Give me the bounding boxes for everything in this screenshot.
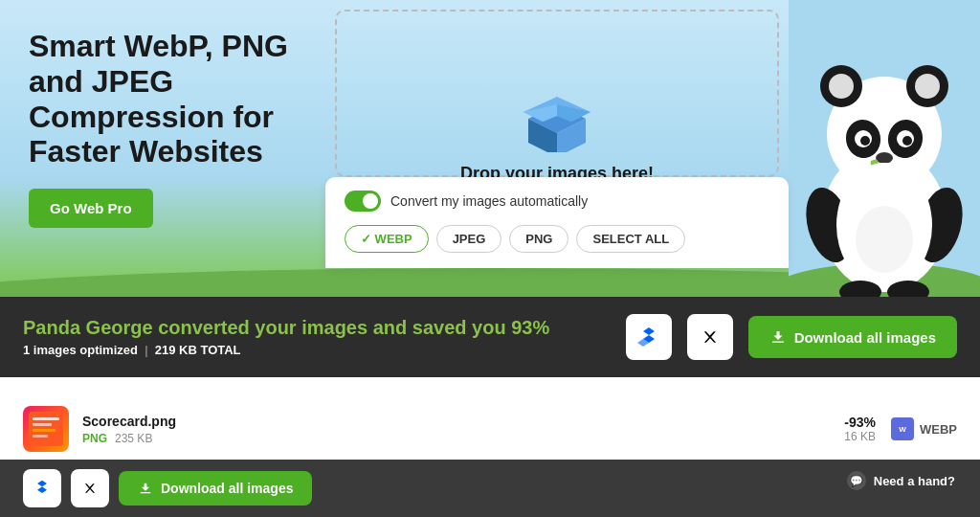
svg-point-14 bbox=[902, 136, 912, 146]
output-format-label: WEBP bbox=[920, 422, 957, 437]
file-new-size: 16 KB bbox=[844, 430, 876, 443]
bottom-download-label: Download all images bbox=[161, 481, 293, 496]
need-help-button[interactable]: 💬 Need a hand? bbox=[832, 461, 970, 500]
svg-rect-29 bbox=[772, 342, 784, 344]
auto-convert-toggle[interactable] bbox=[345, 191, 381, 212]
file-size: 235 KB bbox=[115, 432, 152, 445]
file-savings: -93% bbox=[844, 415, 876, 430]
go-pro-button[interactable]: Go Web Pro bbox=[29, 189, 153, 228]
images-count: 1 images optimized | 219 KB TOTAL bbox=[23, 343, 611, 357]
svg-rect-34 bbox=[33, 435, 48, 438]
format-png-button[interactable]: PNG bbox=[509, 225, 568, 253]
svg-point-15 bbox=[876, 152, 893, 164]
need-help-label: Need a hand? bbox=[874, 474, 955, 488]
panda-decoration bbox=[789, 0, 980, 297]
bottom-x-button[interactable] bbox=[71, 469, 109, 507]
file-list: Scorecard.png PNG 235 KB -93% 16 KB W WE… bbox=[0, 393, 980, 465]
bottom-dropbox-icon bbox=[33, 479, 52, 498]
file-meta: PNG 235 KB bbox=[82, 432, 831, 445]
savings-text: Panda George converted your images and s… bbox=[23, 317, 611, 339]
download-all-label: Download all images bbox=[794, 329, 936, 346]
svg-point-20 bbox=[856, 206, 913, 273]
bottom-download-icon bbox=[138, 481, 153, 496]
svg-point-6 bbox=[829, 74, 854, 99]
dropbox-icon bbox=[637, 326, 660, 348]
format-webp-button[interactable]: ✓ WEBP bbox=[345, 225, 429, 253]
hero-title: Smart WebP, PNG and JPEG Compression for… bbox=[29, 29, 297, 169]
bottom-download-button[interactable]: Download all images bbox=[119, 471, 312, 506]
svg-point-13 bbox=[860, 136, 870, 146]
chat-icon: 💬 bbox=[847, 471, 866, 490]
total-size: 219 KB TOTAL bbox=[155, 343, 241, 357]
hero-section: Smart WebP, PNG and JPEG Compression for… bbox=[0, 0, 325, 287]
stats-text: Panda George converted your images and s… bbox=[23, 317, 611, 357]
download-icon bbox=[769, 328, 787, 346]
svg-rect-35 bbox=[141, 492, 151, 493]
file-icon bbox=[23, 406, 69, 452]
dropbox-share-button[interactable] bbox=[626, 314, 672, 360]
file-right: -93% 16 KB W WEBP bbox=[844, 415, 957, 443]
file-format: PNG bbox=[82, 432, 107, 445]
format-buttons: ✓ WEBP JPEG PNG SELECT ALL bbox=[345, 225, 769, 253]
svg-point-8 bbox=[915, 74, 940, 99]
x-icon bbox=[700, 326, 721, 348]
svg-rect-33 bbox=[33, 429, 56, 432]
toggle-label: Convert my images automatically bbox=[390, 193, 588, 209]
images-count-number: 1 images optimized bbox=[23, 343, 138, 357]
file-name: Scorecard.png bbox=[82, 414, 831, 429]
format-jpeg-button[interactable]: JPEG bbox=[436, 225, 502, 253]
bottom-dropbox-button[interactable] bbox=[23, 469, 61, 507]
webp-icon: W bbox=[891, 417, 914, 440]
format-select-all-button[interactable]: SELECT ALL bbox=[576, 225, 685, 253]
controls-panel: Convert my images automatically ✓ WEBP J… bbox=[325, 177, 789, 268]
toggle-row: Convert my images automatically bbox=[345, 191, 769, 212]
svg-rect-31 bbox=[33, 417, 59, 420]
svg-rect-32 bbox=[33, 423, 52, 426]
x-share-button[interactable] bbox=[687, 314, 733, 360]
file-info: Scorecard.png PNG 235 KB bbox=[82, 414, 831, 445]
bottom-x-icon bbox=[81, 480, 99, 497]
output-format-badge: W WEBP bbox=[891, 417, 957, 440]
box-icon bbox=[519, 85, 595, 152]
stats-bar: Panda George converted your images and s… bbox=[0, 297, 980, 377]
download-all-button[interactable]: Download all images bbox=[748, 316, 957, 358]
